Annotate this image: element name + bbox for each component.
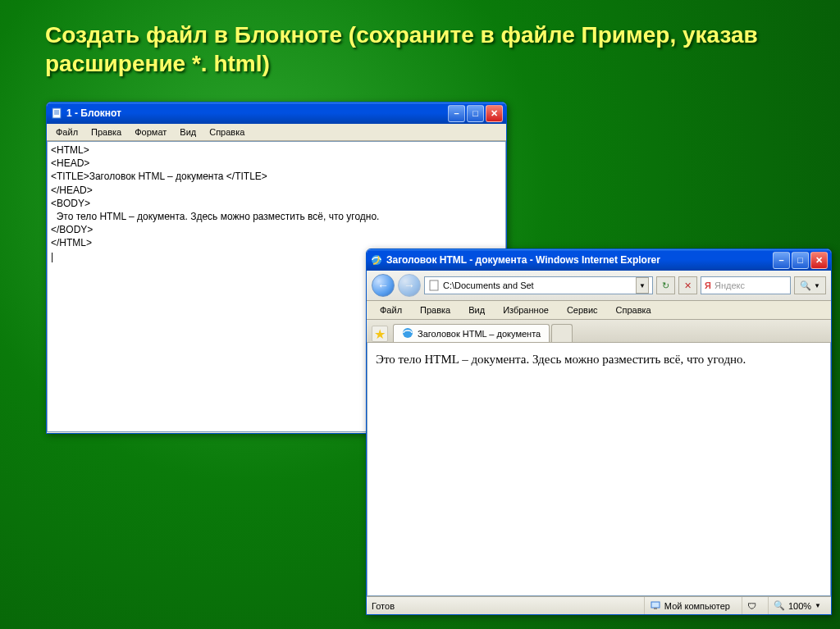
tab-current[interactable]: Заголовок HTML – документа [393,324,550,342]
refresh-button[interactable]: ↻ [656,276,675,294]
menu-file[interactable]: Файл [372,303,410,317]
zoom-control[interactable]: 🔍 100% ▼ [768,597,826,614]
menu-tools[interactable]: Сервис [559,303,606,317]
notepad-icon [50,107,63,120]
svg-rect-0 [52,108,61,118]
svg-rect-5 [430,280,438,290]
minimize-button[interactable]: – [773,252,790,269]
status-zone: Мой компьютер [644,597,735,614]
menu-edit[interactable]: Правка [412,303,459,317]
notepad-menubar: Файл Правка Формат Вид Справка [47,124,506,141]
address-text: C:\Documents and Set [443,280,632,290]
svg-rect-7 [651,602,660,608]
ie-menubar: Файл Правка Вид Избранное Сервис Справка [367,301,831,320]
menu-view[interactable]: Вид [460,303,493,317]
yandex-icon: Я [705,280,711,290]
svg-rect-8 [654,608,657,609]
ie-nav-toolbar: ← → C:\Documents and Set ▼ ↻ ✕ Я Яндекс … [367,271,831,301]
star-icon: ★ [374,326,386,342]
menu-favorites[interactable]: Избранное [495,303,557,317]
back-button[interactable]: ← [372,274,395,297]
zoom-icon: 🔍 [774,600,785,611]
refresh-icon: ↻ [662,280,669,291]
minimize-button[interactable]: – [448,105,465,122]
search-box[interactable]: Я Яндекс [701,276,791,294]
stop-icon: ✕ [684,280,692,291]
tab-label: Заголовок HTML – документа [418,329,541,339]
menu-edit[interactable]: Правка [85,125,127,139]
notepad-title-text: 1 - Блокнот [66,107,448,119]
magnifier-icon: 🔍 [800,280,811,291]
address-bar[interactable]: C:\Documents and Set ▼ [424,276,653,294]
chevron-down-icon: ▼ [814,282,820,289]
menu-help[interactable]: Справка [608,303,660,317]
stop-button[interactable]: ✕ [678,276,697,294]
address-dropdown-button[interactable]: ▼ [636,277,649,294]
notepad-window-controls: – □ ✕ [448,105,503,122]
protected-mode-cell: 🛡 [742,597,761,614]
ie-title-text: Заголовок HTML - документа - Windows Int… [386,254,773,266]
menu-format[interactable]: Формат [129,125,172,139]
ie-icon [370,253,383,267]
slide-title: Создать файл в Блокноте (сохраните в фай… [45,21,807,78]
zoom-value: 100% [788,601,811,611]
close-button[interactable]: ✕ [810,252,828,269]
search-placeholder: Яндекс [714,280,745,290]
ie-tabstrip: ★ Заголовок HTML – документа [367,320,831,343]
svg-point-6 [403,328,413,338]
menu-help[interactable]: Справка [203,125,250,139]
notepad-titlebar[interactable]: 1 - Блокнот – □ ✕ [47,103,506,124]
computer-icon [650,599,661,613]
new-tab-button[interactable] [551,324,573,342]
page-icon [428,280,440,291]
close-button[interactable]: ✕ [486,105,503,122]
shield-icon: 🛡 [747,601,756,611]
ie-titlebar[interactable]: Заголовок HTML - документа - Windows Int… [367,249,831,271]
forward-button[interactable]: → [398,274,421,297]
menu-file[interactable]: Файл [50,125,84,139]
maximize-button[interactable]: □ [792,252,809,269]
chevron-down-icon: ▼ [815,602,821,609]
status-ready: Готов [372,601,395,611]
ie-statusbar: Готов Мой компьютер 🛡 🔍 100% ▼ [367,596,831,614]
maximize-button[interactable]: □ [467,105,484,122]
ie-page-body: Это тело HTML – документа. Здесь можно р… [367,343,831,596]
search-go-button[interactable]: 🔍 ▼ [794,276,826,294]
status-zone-text: Мой компьютер [664,601,730,611]
ie-window-controls: – □ ✕ [773,252,828,269]
ie-icon [402,327,413,340]
menu-view[interactable]: Вид [174,125,202,139]
ie-window: Заголовок HTML - документа - Windows Int… [366,248,832,615]
favorites-star-button[interactable]: ★ [372,326,388,342]
